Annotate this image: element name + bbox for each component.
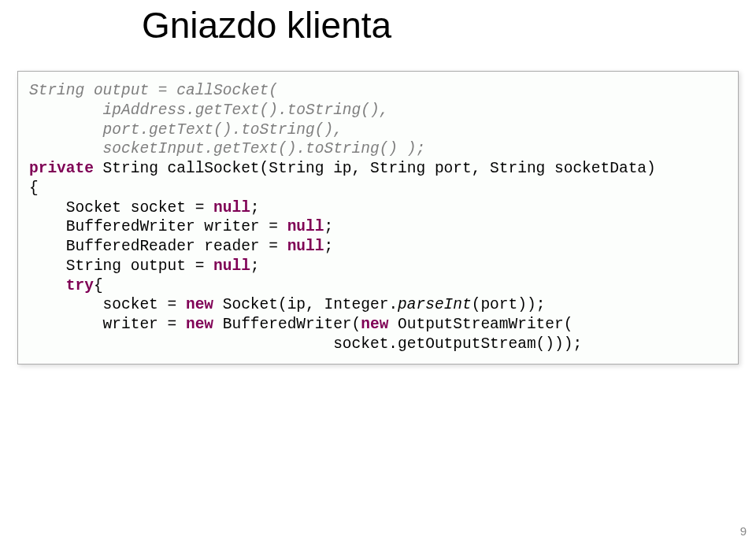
code-text: socket.getOutputStream())); bbox=[29, 335, 582, 353]
code-text: socket = bbox=[29, 296, 186, 313]
code-text: { bbox=[94, 277, 103, 294]
code-text: ; bbox=[324, 218, 333, 235]
code-text: Socket socket = bbox=[29, 199, 213, 216]
code-text: String output = bbox=[29, 257, 213, 275]
code-text: ; bbox=[250, 257, 260, 275]
code-kw: new bbox=[186, 316, 213, 333]
code-text bbox=[29, 277, 66, 294]
code-kw: null bbox=[287, 218, 324, 235]
code-text: { bbox=[29, 179, 39, 197]
code-text: Socket(ip, Integer. bbox=[213, 296, 398, 313]
slide-title: Gniazdo klienta bbox=[142, 4, 391, 46]
code-text: BufferedReader reader = bbox=[29, 238, 287, 255]
code-kw: null bbox=[213, 257, 250, 275]
code-text: ; bbox=[324, 238, 333, 255]
code-kw: null bbox=[287, 238, 324, 255]
code-kw: private bbox=[29, 160, 94, 177]
code-text: ; bbox=[250, 199, 260, 216]
code-text: (port)); bbox=[472, 296, 546, 313]
code-kw: new bbox=[186, 296, 213, 313]
code-text: parseInt bbox=[398, 296, 472, 313]
code-text: String callSocket(String ip, String port… bbox=[94, 160, 656, 177]
code-text: BufferedWriter( bbox=[213, 316, 361, 333]
code-text: OutputStreamWriter( bbox=[388, 316, 573, 333]
code-block: String output = callSocket( ipAddress.ge… bbox=[17, 71, 739, 365]
code-text: writer = bbox=[29, 316, 186, 333]
code-kw: new bbox=[361, 316, 388, 333]
code-line: socketInput.getText().toString() ); bbox=[29, 140, 425, 157]
code-text: BufferedWriter writer = bbox=[29, 218, 287, 235]
code-line: String output = callSocket( bbox=[29, 82, 278, 99]
code-line: ipAddress.getText().toString(), bbox=[29, 102, 388, 119]
code-kw: try bbox=[66, 277, 94, 294]
code-line: port.getText().toString(), bbox=[29, 121, 343, 139]
page-number: 9 bbox=[740, 524, 747, 538]
code-kw: null bbox=[213, 199, 250, 216]
